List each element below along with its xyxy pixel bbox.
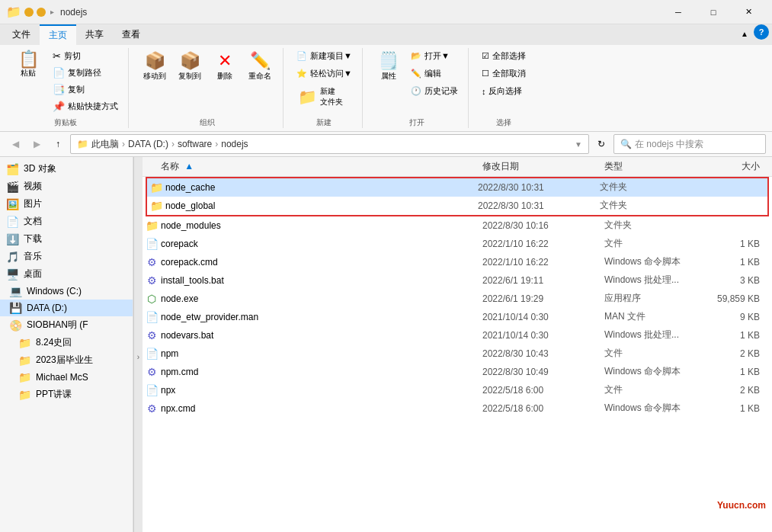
file-size: 1 KB xyxy=(711,239,772,249)
properties-icon: 🗒️ xyxy=(378,51,399,71)
sidebar-label-ppt: PPT讲课 xyxy=(36,388,72,401)
col-date-header[interactable]: 修改日期 xyxy=(482,160,604,173)
back-button[interactable]: ◀ xyxy=(6,135,24,153)
address-path[interactable]: 📁 此电脑 › DATA (D:) › software › nodejs ▼ xyxy=(70,134,589,154)
sidebar-item-desktop[interactable]: 🖥️ 桌面 xyxy=(0,265,133,283)
title-bar: 📁 ▸ nodejs ─ □ ✕ xyxy=(0,0,772,24)
file-icon: 📄 xyxy=(143,348,161,360)
file-icon: 📁 xyxy=(147,200,165,212)
table-row[interactable]: 📁 node_global 2022/8/30 10:31 文件夹 xyxy=(147,197,767,215)
history-label: 历史记录 xyxy=(424,85,458,97)
file-size: 2 KB xyxy=(711,385,772,396)
new-folder-button[interactable]: 📁 新建文件夹 xyxy=(293,83,356,111)
minimize-button[interactable]: ─ xyxy=(661,0,696,24)
properties-button[interactable]: 🗒️ 属性 xyxy=(372,48,405,85)
table-row[interactable]: 📁 node_modules 2022/8/30 10:16 文件夹 xyxy=(143,216,772,235)
history-button[interactable]: 🕐 历史记录 xyxy=(407,83,462,99)
file-name: npx xyxy=(161,385,482,396)
file-date: 2022/6/1 19:11 xyxy=(482,275,604,286)
sidebar-item-ppt[interactable]: 📁 PPT讲课 xyxy=(0,386,133,403)
table-row[interactable]: ⚙ install_tools.bat 2022/6/1 19:11 Windo… xyxy=(143,271,772,290)
move-button[interactable]: 📦 移动到 xyxy=(138,48,171,85)
table-row[interactable]: 📄 npx 2022/5/18 6:00 文件 2 KB xyxy=(143,381,772,399)
paste-shortcut-icon: 📌 xyxy=(53,101,65,112)
table-row[interactable]: 📄 corepack 2022/1/10 16:22 文件 1 KB xyxy=(143,235,772,253)
table-row[interactable]: ⚙ npx.cmd 2022/5/18 6:00 Windows 命令脚本 1 … xyxy=(143,399,772,418)
tab-share[interactable]: 共享 xyxy=(76,24,113,45)
maximize-button[interactable]: □ xyxy=(696,0,731,24)
sidebar-item-2023[interactable]: 📁 2023届毕业生 xyxy=(0,351,133,369)
copy-to-button[interactable]: 📦 复制到 xyxy=(173,48,207,85)
ribbon-collapse-button[interactable]: ▲ xyxy=(735,24,754,43)
rename-button[interactable]: ✏️ 重命名 xyxy=(243,48,277,85)
open-button[interactable]: 📂 打开▼ xyxy=(407,48,462,64)
paste-label: 粘贴 xyxy=(21,68,36,79)
move-label: 移动到 xyxy=(143,71,166,82)
file-size: 1 KB xyxy=(711,403,772,414)
address-bar: ◀ ▶ ↑ 📁 此电脑 › DATA (D:) › software › nod… xyxy=(0,132,772,157)
up-button[interactable]: ↑ xyxy=(49,135,67,153)
sidebar-item-3d[interactable]: 🗂️ 3D 对象 xyxy=(0,160,133,178)
sidebar-item-music[interactable]: 🎵 音乐 xyxy=(0,248,133,265)
file-type: Windows 批处理... xyxy=(604,328,711,341)
col-size-header[interactable]: 大小 xyxy=(711,160,772,173)
title-bar-icons: 📁 ▸ xyxy=(6,5,54,19)
search-bar[interactable]: 🔍 在 nodejs 中搜索 xyxy=(613,134,766,154)
sidebar-item-pictures[interactable]: 🖼️ 图片 xyxy=(0,195,133,213)
tab-file[interactable]: 文件 xyxy=(3,24,40,45)
refresh-button[interactable]: ↻ xyxy=(592,135,610,153)
desktop-icon: 🖥️ xyxy=(6,268,19,280)
sidebar-item-michael[interactable]: 📁 Michael McS xyxy=(0,369,133,386)
file-icon: 📄 xyxy=(143,238,161,250)
edit-button[interactable]: ✏️ 编辑 xyxy=(407,66,462,82)
select-none-button[interactable]: ☐ 全部取消 xyxy=(478,66,530,82)
cut-button[interactable]: ✂ 剪切 xyxy=(49,48,122,64)
invert-select-button[interactable]: ↕ 反向选择 xyxy=(478,83,530,99)
sidebar-item-documents[interactable]: 📄 文档 xyxy=(0,213,133,230)
easy-access-button[interactable]: ⭐ 轻松访问▼ xyxy=(293,66,356,82)
copy-icon: 📑 xyxy=(53,84,65,95)
select-none-label: 全部取消 xyxy=(492,68,526,79)
table-row[interactable]: ⚙ corepack.cmd 2022/1/10 16:22 Windows 命… xyxy=(143,253,772,271)
col-type-header[interactable]: 类型 xyxy=(604,160,711,173)
file-date: 2022/8/30 10:31 xyxy=(478,182,600,193)
paste-button[interactable]: 📋 粘贴 xyxy=(9,48,47,114)
table-row[interactable]: ⚙ npm.cmd 2022/8/30 10:49 Windows 命令脚本 1… xyxy=(143,363,772,381)
tab-home[interactable]: 主页 xyxy=(40,24,76,45)
sidebar-item-824[interactable]: 📁 8.24史回 xyxy=(0,334,133,351)
help-button[interactable]: ? xyxy=(754,24,769,40)
sidebar-item-siobhan[interactable]: 📀 SIOBHAN明 (F xyxy=(0,316,133,334)
path-drive: DATA (D:) xyxy=(128,139,168,149)
sidebar-item-data[interactable]: 💾 DATA (D:) xyxy=(0,300,133,316)
file-type: 文件 xyxy=(604,347,711,360)
new-item-button[interactable]: 📄 新建项目▼ xyxy=(293,48,356,64)
forward-button[interactable]: ▶ xyxy=(27,135,46,153)
table-row[interactable]: ⚙ nodevars.bat 2021/10/14 0:30 Windows 批… xyxy=(143,326,772,345)
select-all-button[interactable]: ☑ 全部选择 xyxy=(478,48,530,64)
path-nodejs: nodejs xyxy=(221,139,248,149)
table-row[interactable]: ⬡ node.exe 2022/6/1 19:29 应用程序 59,859 KB xyxy=(143,290,772,308)
paste-shortcut-button[interactable]: 📌 粘贴快捷方式 xyxy=(49,98,122,114)
table-row[interactable]: 📁 node_cache 2022/8/30 10:31 文件夹 xyxy=(147,178,767,197)
file-name: npm xyxy=(161,348,482,359)
sidebar-item-downloads[interactable]: ⬇️ 下载 xyxy=(0,230,133,248)
copy-button[interactable]: 📑 复制 xyxy=(49,82,122,98)
sidebar-label-windows: Windows (C:) xyxy=(27,286,82,296)
copy-path-button[interactable]: 📄 复制路径 xyxy=(49,65,122,81)
close-button[interactable]: ✕ xyxy=(731,0,766,24)
open-buttons: 🗒️ 属性 📂 打开▼ ✏️ 编辑 🕐 历史记录 xyxy=(372,48,462,99)
table-row[interactable]: 📄 npm 2022/8/30 10:43 文件 2 KB xyxy=(143,345,772,363)
file-type: 文件夹 xyxy=(604,219,711,232)
col-name-header[interactable]: 名称 ▲ xyxy=(143,160,482,173)
sidebar-collapse-handle[interactable]: › xyxy=(133,157,143,532)
easy-access-icon: ⭐ xyxy=(296,69,307,79)
col-name-label: 名称 xyxy=(161,161,179,171)
delete-button[interactable]: ✕ 删除 xyxy=(208,48,242,85)
sidebar-item-windows[interactable]: 💻 Windows (C:) xyxy=(0,283,133,300)
edit-label: 编辑 xyxy=(424,68,441,79)
copy-label: 复制 xyxy=(68,84,85,95)
table-row[interactable]: 📄 node_etw_provider.man 2021/10/14 0:30 … xyxy=(143,308,772,326)
path-software: software xyxy=(178,139,212,149)
sidebar-item-video[interactable]: 🎬 视频 xyxy=(0,178,133,195)
tab-view[interactable]: 查看 xyxy=(113,24,149,45)
